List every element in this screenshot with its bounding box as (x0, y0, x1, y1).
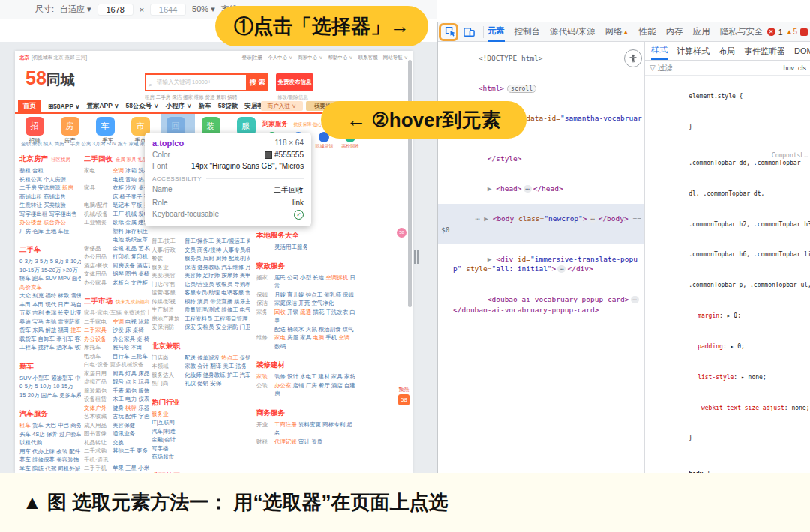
link-row[interactable]: 汽车|制造 (152, 427, 250, 436)
floating-badge[interactable]: 58 (397, 228, 406, 238)
devtools-tab[interactable]: 元素 (488, 22, 505, 42)
dom-tree-line[interactable]: <!DOCTYPE html> (438, 43, 644, 73)
citybar-link[interactable]: 网站导航 ∨ (383, 55, 408, 60)
style-rule-line[interactable]: .commonTopbar p, .commonTopbar ul, body … (645, 267, 810, 297)
link-row[interactable]: 电脑/配件笔记本 平板 显示器 (84, 201, 150, 210)
link-row[interactable]: 电视 音响 热水器 (84, 175, 150, 184)
link-row[interactable]: 整租 合租 (20, 166, 81, 175)
link-row[interactable]: 电池 纺织皮革 (84, 235, 150, 244)
link-row[interactable]: 服务业保洁 健身教练 汽车维修 月嫂 (152, 263, 250, 272)
link-row[interactable]: 高价卖车 (20, 283, 81, 292)
block-title[interactable]: 北京兼职 (152, 342, 180, 350)
style-rule-line[interactable]: .commonTopbar h2, .commonTopbar h3, .com… (645, 205, 810, 236)
link-row[interactable]: SUV 小型车 紧凑型车 中型车 (20, 374, 81, 383)
block-title[interactable]: 装修建材 (256, 360, 285, 369)
link-row[interactable]: 工程车 搅拌车 洒水车 收割机 (20, 343, 81, 352)
link-row[interactable]: 商铺出租 商铺出售 (20, 193, 81, 202)
link-row[interactable]: 礼品转让交换 (84, 438, 150, 447)
link-row[interactable]: 家具衣柜 沙发 桌子 (84, 184, 150, 193)
devtools-tab[interactable]: 源代码/来源 (550, 23, 596, 40)
viewport-height-input[interactable]: 1644 (150, 4, 186, 16)
link-row[interactable]: 手机·通讯 (84, 456, 150, 465)
link-row[interactable]: 灵活用工服务 (256, 243, 357, 252)
link-row[interactable]: 餐饮服务员 后厨 厨师 配菜/打荷 厨师长 (152, 254, 250, 263)
link-row[interactable]: 普工/技工普工/操作工 美工/搬运工 焊工 车床工 (152, 237, 250, 246)
nav-item[interactable]: ⊞58APP ∨ (48, 103, 80, 110)
link-row[interactable]: 白电·设备 更多机械设备 (84, 360, 150, 369)
nav-item[interactable]: 58贷款 (218, 102, 238, 111)
floating-app-widget[interactable]: 预热 58 (398, 386, 410, 405)
link-row[interactable]: 服装箱包手表 箱包 服饰 (84, 387, 150, 396)
nav-item[interactable]: 置家APP ∨ (86, 102, 118, 111)
link-row[interactable]: 人事/行政文员 商务/接待 人事专员/助理 会计 (152, 246, 250, 255)
link-row[interactable]: 摩托车雅马哈 本田 (84, 343, 150, 352)
dom-tree-line[interactable]: ▶ <head>⋯</head> (438, 174, 644, 205)
link-row[interactable]: 塑料 库存积压 (84, 227, 150, 236)
stylesheet-source-link[interactable]: CompontsL… (772, 152, 810, 160)
link-row[interactable]: 酒店/餐饮厨房设备 酒店设备 (84, 262, 150, 270)
link-row[interactable]: 搬家居民 公司 小型 长途 空调拆机 日常 (256, 273, 357, 291)
styles-panel-tab[interactable]: 布局 (718, 46, 735, 57)
devtools-tab[interactable]: 隐私与安全 (720, 23, 764, 40)
link-row[interactable]: 生产制造质量管理/测试 维修工 电气工程师 (152, 306, 250, 315)
device-toolbar-icon[interactable] (462, 25, 476, 40)
link-row[interactable]: 载货车 自卸车 牵引车 客车 (20, 335, 81, 344)
dom-tree-line[interactable]: ▶ <div id="immersive-translate-popup" st… (438, 244, 644, 285)
style-rule-line[interactable]: -webkit-text-size-adjust: none; (645, 389, 810, 420)
style-rule-line[interactable]: CompontsL… .commonTopbar dd, .commonTopb… (645, 145, 810, 175)
link-row[interactable]: 以租代购 (20, 438, 81, 447)
link-row[interactable]: 学车 陪练 代驾 司机外派 (20, 465, 81, 474)
block-title[interactable]: 家政服务 (256, 262, 285, 270)
link-row[interactable]: 长租公寓 个人房源 (20, 175, 81, 184)
link-row[interactable]: 安保消防保安 安检员 安全消防 门卫 更多+ (152, 323, 250, 332)
link-row[interactable]: 电动车自行车 三轮车 (84, 352, 150, 361)
link-row[interactable]: 开业工商注册 资料变更 商标专利 起名 (256, 420, 357, 438)
block-title[interactable]: 二手车 (20, 245, 41, 253)
link-row[interactable]: 维修家电 房屋 家具 电脑 手机 空调 数码 (256, 333, 357, 351)
link-row[interactable]: 公装办公室 店铺 厂房 餐厅 酒店 自建房 (256, 381, 357, 399)
link-row[interactable]: 二手家电空调 电视 冰箱 (84, 318, 150, 327)
link-row[interactable]: 二手手机苹果 三星 小米 (84, 464, 150, 473)
block-title[interactable]: 二手回收 (84, 154, 112, 163)
style-rule-line[interactable]: } (645, 420, 810, 450)
link-row[interactable]: 家具·家电·车辆 免费送货上门 (84, 309, 150, 318)
link-row[interactable]: 奢侈品金银 礼品 艺术品 (84, 244, 150, 253)
link-row[interactable]: 门店/零售店员/营业员 收银员 导购/特购员 (152, 280, 250, 289)
link-row[interactable]: 家装装修 设计 水电工 建材 家具 家纺 (256, 372, 357, 381)
link-row[interactable]: 床 椅子凳子 茶几 (84, 193, 150, 202)
citybar-link[interactable]: 联系客服 (358, 55, 378, 60)
site-logo[interactable]: 58同城 (26, 67, 75, 90)
style-rule-line[interactable]: element.style { (645, 78, 810, 109)
styles-panel-tab[interactable]: 样式 (651, 42, 668, 60)
link-row[interactable]: 图书音像通讯业务 (84, 429, 150, 438)
block-title[interactable]: 北京房产 (20, 154, 48, 163)
city-name[interactable]: 北京 (20, 55, 29, 61)
link-row[interactable]: 门店岗配送 传单派发 热点工 促销导购 (152, 354, 250, 363)
devtools-resize-handle[interactable] (414, 250, 420, 267)
link-row[interactable]: 美发/美容美容师 足疗师 按摩师 美甲师 (152, 271, 250, 280)
city-switch-link[interactable]: [切换城市 北京 燕郊 三河] (32, 55, 87, 61)
link-row[interactable]: 财税代理记账 审计 资质 (256, 438, 357, 447)
dom-tree-line[interactable]: <html>scroll (438, 73, 644, 104)
publish-button[interactable]: 免费发布信息 (276, 73, 314, 91)
link-row[interactable]: 保姆月嫂 育儿嫂 钟点工 催乳师 保姆 (256, 291, 357, 300)
style-rule-line[interactable]: body { (645, 456, 810, 473)
style-rule-line[interactable] (645, 142, 810, 142)
page-scrollbar-thumb[interactable] (408, 60, 412, 307)
citybar-link[interactable]: 帮助中心 ∨ (328, 55, 353, 60)
styles-filter-bar[interactable]: ▽ 过滤 :hov .cls (645, 61, 810, 76)
styles-panel-tab[interactable]: 事件监听器 (744, 46, 785, 57)
search-button[interactable]: 搜 索 (248, 73, 268, 91)
style-rule-line[interactable]: } (645, 109, 810, 139)
link-row[interactable]: 货车 东风 解放 福田 挂车 (20, 326, 81, 335)
devtools-tab[interactable]: 应用 (693, 23, 710, 40)
accessibility-person-icon[interactable] (624, 49, 642, 67)
link-row[interactable]: 服务达人化妆师 健身教练 护工 汽车陪练 (152, 371, 250, 380)
link-row[interactable]: 服务业 (152, 410, 250, 419)
link-row[interactable]: 运营/客服客服专员/助理 电话客服 售后客服 (152, 288, 250, 297)
link-row[interactable]: 商场超市 (152, 453, 250, 462)
link-row[interactable]: 成人用品美容保健 (84, 421, 150, 430)
dom-tree-line[interactable]: ⋯ ▶ <body class="newcrop">⋯</body> == $0 (438, 204, 644, 244)
issue-badges[interactable]: ✕ 1 ▲5 (767, 28, 810, 37)
citybar-link[interactable]: 商家中心 ∨ (298, 55, 322, 60)
